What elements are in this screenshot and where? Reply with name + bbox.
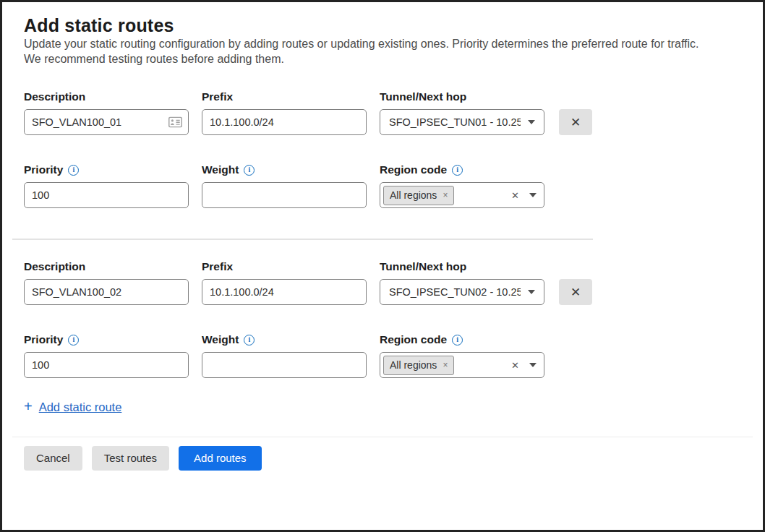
priority-input[interactable] [24, 182, 189, 208]
plus-icon: + [24, 399, 33, 413]
priority-label: Priority i [24, 163, 189, 177]
tunnel-select[interactable]: SFO_IPSEC_TUN01 - 10.25... [380, 109, 544, 135]
weight-label: Weight i [202, 332, 367, 347]
chip-remove-icon[interactable]: × [443, 361, 448, 369]
prefix-label: Prefix [202, 90, 367, 104]
page-title: Add static routes [24, 15, 741, 36]
info-icon[interactable]: i [244, 335, 255, 346]
route-2-weight-field: Weight i [202, 332, 367, 378]
route-2-priority-field: Priority i [24, 332, 189, 378]
route-2-prefix-field: Prefix [202, 259, 367, 305]
section-divider [12, 239, 593, 240]
close-icon: ✕ [570, 116, 581, 129]
cancel-button[interactable]: Cancel [24, 446, 82, 471]
region-code-label: Region code i [380, 163, 544, 177]
region-chip: All regions × [383, 186, 454, 205]
add-static-routes-dialog: Add static routes Update your static rou… [0, 0, 765, 532]
route-1-tunnel-field: Tunnel/Next hop SFO_IPSEC_TUN01 - 10.25.… [380, 90, 544, 135]
region-code-combobox[interactable]: All regions × ✕ [380, 182, 544, 208]
add-routes-button[interactable]: Add routes [179, 446, 262, 471]
region-code-label: Region code i [380, 332, 544, 347]
route-2-description-field: Description [24, 259, 189, 305]
weight-input[interactable] [202, 352, 367, 378]
prefix-input[interactable] [202, 279, 367, 305]
info-icon[interactable]: i [244, 165, 255, 176]
route-2-region-field: Region code i All regions × ✕ [380, 332, 544, 378]
route-1-options-row: Priority i Weight i Region code i [24, 163, 741, 208]
tunnel-label: Tunnel/Next hop [380, 259, 544, 274]
route-1-main-row: Description Prefix Tunnel/Next hop SFO_I… [24, 90, 741, 135]
chevron-down-icon [529, 363, 537, 367]
region-code-combobox[interactable]: All regions × ✕ [380, 352, 544, 378]
description-label: Description [24, 90, 189, 104]
tunnel-label: Tunnel/Next hop [380, 90, 544, 104]
route-2-tunnel-field: Tunnel/Next hop SFO_IPSEC_TUN02 - 10.25.… [380, 259, 544, 305]
prefix-label: Prefix [202, 259, 367, 274]
weight-label: Weight i [202, 163, 367, 177]
route-1-region-field: Region code i All regions × ✕ [380, 163, 544, 208]
chip-remove-icon[interactable]: × [443, 191, 448, 200]
remove-route-button[interactable]: ✕ [559, 279, 592, 305]
tunnel-select[interactable]: SFO_IPSEC_TUN02 - 10.25... [380, 279, 544, 305]
footer-divider [12, 437, 753, 437]
route-1-description-field: Description [24, 90, 189, 135]
clear-selection-icon[interactable]: ✕ [511, 191, 519, 200]
region-chip-label: All regions [390, 189, 437, 201]
test-routes-button[interactable]: Test routes [92, 446, 169, 471]
weight-input[interactable] [202, 182, 367, 208]
clear-selection-icon[interactable]: ✕ [511, 361, 519, 370]
footer-actions: Cancel Test routes Add routes [24, 446, 741, 471]
chevron-down-icon [528, 290, 535, 294]
close-icon: ✕ [570, 286, 581, 299]
route-section-2: Description Prefix Tunnel/Next hop SFO_I… [24, 259, 741, 378]
dialog-description: Update your static routing configuration… [24, 36, 741, 51]
add-static-route-link[interactable]: + Add static route [24, 399, 121, 414]
info-icon[interactable]: i [452, 165, 463, 176]
prefix-input[interactable] [202, 109, 367, 135]
description-input[interactable] [24, 109, 189, 135]
route-1-priority-field: Priority i [24, 163, 189, 208]
route-2-main-row: Description Prefix Tunnel/Next hop SFO_I… [24, 259, 741, 305]
description-input[interactable] [24, 279, 189, 305]
info-icon[interactable]: i [68, 335, 79, 346]
description-label: Description [24, 259, 189, 274]
info-icon[interactable]: i [68, 165, 79, 176]
info-icon[interactable]: i [452, 335, 463, 346]
contact-card-icon [168, 117, 182, 128]
tunnel-select-value: SFO_IPSEC_TUN02 - 10.25... [389, 286, 521, 298]
tunnel-select-value: SFO_IPSEC_TUN01 - 10.25... [389, 116, 521, 128]
priority-input[interactable] [24, 352, 189, 378]
chevron-down-icon [528, 120, 535, 124]
region-chip: All regions × [383, 356, 454, 375]
chevron-down-icon [529, 193, 537, 197]
route-1-prefix-field: Prefix [202, 90, 367, 135]
remove-route-button[interactable]: ✕ [559, 109, 592, 135]
route-section-1: Description Prefix Tunnel/Next hop SFO_I… [24, 90, 741, 208]
route-1-weight-field: Weight i [202, 163, 367, 208]
add-static-route-label: Add static route [39, 400, 122, 414]
dialog-note: We recommend testing routes before addin… [24, 51, 741, 66]
route-2-options-row: Priority i Weight i Region code i [24, 332, 741, 378]
priority-label: Priority i [24, 332, 189, 347]
region-chip-label: All regions [390, 359, 437, 371]
